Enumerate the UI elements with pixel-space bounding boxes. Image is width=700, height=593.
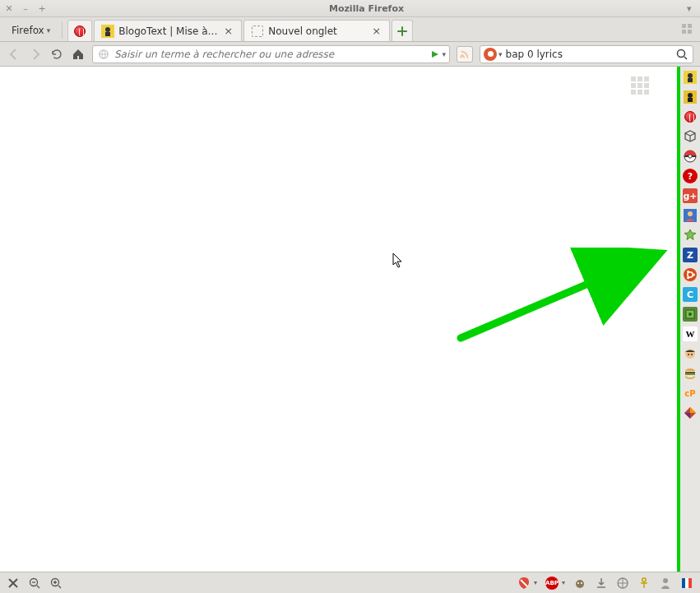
globe-icon	[96, 47, 111, 62]
network-icon[interactable]	[616, 577, 629, 590]
adblock-icon[interactable]: ABP	[545, 577, 559, 590]
greasemonkey-icon[interactable]	[573, 577, 586, 590]
svg-rect-8	[688, 78, 693, 82]
download-icon[interactable]	[595, 577, 608, 590]
bookmark-tile[interactable]	[683, 405, 698, 420]
cursor-icon	[392, 252, 404, 269]
svg-point-20	[687, 271, 689, 273]
svg-point-4	[678, 49, 685, 57]
window-close-icon[interactable]: ✕	[5, 4, 13, 12]
firefox-menu-label: Firefox	[12, 25, 44, 36]
back-icon[interactable]	[7, 47, 21, 62]
svg-point-32	[577, 582, 579, 584]
annotation-arrow	[457, 248, 670, 346]
tab-groups-icon[interactable]	[682, 24, 695, 37]
bookmark-cp[interactable]: cP	[683, 386, 698, 401]
close-findbar-icon[interactable]	[7, 577, 20, 590]
tab-divider	[62, 22, 63, 39]
bookmark-wikipedia[interactable]: W	[683, 327, 698, 341]
bookmark-blogotext[interactable]	[683, 70, 698, 85]
bookmark-burger[interactable]	[683, 366, 698, 381]
svg-point-10	[688, 93, 693, 98]
svg-point-21	[687, 276, 689, 279]
bookmark-avatar[interactable]	[683, 208, 698, 223]
window-minimize-icon[interactable]: –	[21, 4, 30, 12]
window-maximize-icon[interactable]: +	[38, 4, 46, 12]
svg-rect-37	[682, 578, 685, 588]
svg-point-25	[688, 354, 689, 355]
bookmark-ubuntu[interactable]	[683, 267, 698, 282]
home-icon[interactable]	[71, 47, 86, 62]
svg-rect-2	[105, 32, 110, 36]
svg-line-5	[461, 256, 654, 338]
new-tab-button[interactable]	[392, 20, 413, 41]
svg-rect-38	[685, 578, 688, 588]
tab-opera[interactable]	[67, 20, 92, 41]
svg-point-36	[663, 578, 668, 583]
bookmark-blogotext-alt[interactable]	[683, 90, 698, 104]
page-viewport[interactable]	[0, 67, 677, 572]
new-tab-icon	[251, 25, 264, 38]
svg-point-33	[581, 582, 582, 584]
tab-label: BlogoText | Mise à j...	[118, 25, 218, 37]
speed-dial-grid-icon[interactable]	[631, 76, 649, 95]
svg-point-7	[688, 73, 693, 78]
url-bar[interactable]: ▾	[92, 45, 450, 63]
svg-rect-39	[688, 578, 692, 588]
opera-icon	[73, 25, 86, 38]
svg-rect-11	[688, 98, 693, 102]
tab-label: Nouvel onglet	[268, 25, 366, 37]
chevron-down-icon[interactable]: ▾	[562, 579, 565, 586]
person-icon[interactable]	[659, 577, 672, 590]
svg-point-1	[105, 27, 110, 32]
svg-point-35	[642, 577, 647, 581]
bookmark-face[interactable]	[683, 346, 698, 361]
forward-icon[interactable]	[28, 47, 43, 62]
rss-button[interactable]	[457, 46, 473, 63]
bookmark-help[interactable]: ?	[683, 169, 698, 183]
window-menu-icon[interactable]: ▾	[687, 3, 695, 14]
bookmark-star[interactable]	[683, 228, 698, 243]
ankh-icon[interactable]	[637, 577, 651, 590]
bookmark-c[interactable]: C	[683, 287, 698, 302]
search-bar[interactable]: ▾	[480, 45, 693, 63]
blogotext-icon	[101, 25, 114, 38]
svg-point-26	[691, 354, 693, 355]
svg-rect-27	[685, 372, 695, 373]
url-input[interactable]	[114, 49, 427, 60]
tab-close-icon[interactable]: ×	[370, 25, 382, 37]
bookmarks-sidebar: ? g+ Z C W cP	[677, 67, 700, 572]
noscript-icon[interactable]	[517, 577, 531, 590]
tab-close-icon[interactable]: ×	[222, 25, 234, 37]
svg-rect-28	[685, 373, 695, 375]
go-button[interactable]: ▾	[430, 49, 446, 59]
bookmark-pokeball[interactable]	[683, 149, 698, 164]
zoom-out-icon[interactable]	[28, 577, 41, 590]
svg-point-23	[688, 313, 692, 316]
status-bar: ▾ ABP ▾	[0, 572, 700, 593]
tab-blogotext[interactable]: BlogoText | Mise à j... ×	[94, 20, 242, 41]
duckduckgo-icon	[484, 48, 497, 61]
svg-point-14	[688, 155, 692, 158]
bookmark-chip[interactable]	[683, 307, 698, 322]
search-engine-selector[interactable]: ▾	[484, 48, 503, 61]
chevron-down-icon: ▾	[498, 50, 503, 58]
bookmark-opera[interactable]	[683, 109, 698, 124]
zoom-in-icon[interactable]	[49, 577, 63, 590]
reload-icon[interactable]	[49, 47, 64, 62]
svg-point-19	[693, 274, 695, 276]
flag-icon[interactable]	[680, 577, 693, 590]
chevron-down-icon[interactable]: ▾	[534, 579, 537, 586]
svg-point-31	[576, 580, 584, 588]
window-titlebar: ✕ – + Mozilla Firefox ▾	[0, 0, 700, 17]
bookmark-z[interactable]: Z	[683, 248, 698, 262]
bookmark-gplus[interactable]: g+	[683, 188, 698, 203]
firefox-menu-button[interactable]: Firefox	[5, 20, 57, 41]
search-input[interactable]	[506, 49, 671, 60]
bookmark-cube[interactable]	[683, 129, 698, 144]
window-title: Mozilla Firefox	[46, 3, 687, 14]
svg-point-16	[688, 211, 693, 216]
search-icon[interactable]	[675, 47, 689, 62]
tab-new[interactable]: Nouvel onglet ×	[243, 20, 390, 41]
go-dropdown-icon[interactable]: ▾	[442, 50, 446, 58]
